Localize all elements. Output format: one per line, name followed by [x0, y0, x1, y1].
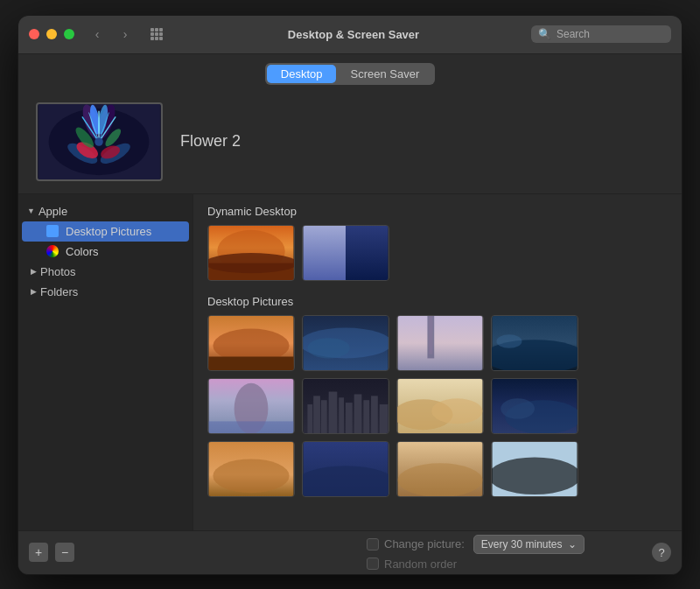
sidebar: ▼ Apple Desktop Pictures Colors ▶ Photos… [18, 194, 193, 530]
svg-rect-50 [313, 396, 320, 433]
svg-rect-35 [209, 356, 294, 370]
wallpaper-thumb-8[interactable] [491, 378, 578, 434]
footer-controls: Change picture: Every 30 minutes ⌄ Rando… [367, 535, 645, 571]
folders-triangle-icon: ▶ [31, 287, 37, 296]
forward-button[interactable]: › [113, 25, 137, 43]
current-wallpaper-name: Flower 2 [180, 132, 241, 151]
svg-rect-57 [371, 396, 378, 433]
footer-row1: Change picture: Every 30 minutes ⌄ [367, 535, 645, 554]
svg-rect-2 [159, 28, 163, 32]
titlebar: ‹ › Desktop & Screen Saver 🔍 [18, 16, 682, 54]
wallpaper-thumb-12[interactable] [491, 441, 578, 497]
apple-section-label: Apple [38, 205, 67, 218]
tab-bar: Desktop Screen Saver [18, 54, 682, 94]
dynamic-thumb-2[interactable] [302, 225, 389, 281]
close-button[interactable] [29, 29, 39, 39]
wallpaper-thumb-4[interactable] [491, 315, 578, 371]
sidebar-item-folders[interactable]: ▶ Folders [18, 282, 192, 302]
svg-point-64 [500, 398, 535, 418]
sidebar-item-photos[interactable]: ▶ Photos [18, 262, 192, 282]
change-picture-checkbox[interactable] [367, 538, 379, 550]
colors-label: Colors [66, 245, 99, 258]
svg-rect-5 [159, 32, 163, 36]
svg-rect-58 [380, 404, 388, 433]
main-content: ▼ Apple Desktop Pictures Colors ▶ Photos… [18, 193, 682, 530]
svg-rect-0 [150, 28, 154, 32]
svg-rect-47 [209, 421, 294, 433]
svg-rect-52 [329, 391, 338, 432]
desktop-pictures-title: Desktop Pictures [207, 295, 668, 308]
wallpaper-thumb-9[interactable] [207, 441, 295, 497]
dynamic-desktop-grid [207, 225, 668, 281]
svg-rect-4 [155, 32, 158, 36]
interval-value: Every 30 minutes [481, 538, 563, 550]
svg-rect-49 [307, 404, 312, 433]
footer: + − Change picture: Every 30 minutes ⌄ R… [18, 530, 682, 574]
tab-group: Desktop Screen Saver [265, 63, 435, 85]
dropdown-chevron-icon: ⌄ [568, 538, 577, 550]
current-preview-area: Flower 2 [18, 94, 682, 193]
svg-point-24 [94, 137, 103, 146]
colors-icon [46, 245, 59, 257]
svg-rect-7 [155, 37, 158, 40]
svg-point-72 [492, 457, 578, 494]
svg-rect-8 [159, 37, 163, 40]
maximize-button[interactable] [64, 29, 74, 39]
help-button[interactable]: ? [652, 543, 671, 562]
traffic-lights [29, 29, 74, 39]
main-window: ‹ › Desktop & Screen Saver 🔍 Deskto [18, 15, 682, 575]
svg-rect-56 [363, 400, 369, 433]
wallpaper-thumb-10[interactable] [302, 441, 389, 497]
svg-rect-1 [155, 28, 158, 32]
wallpaper-thumb-5[interactable] [207, 378, 295, 434]
svg-rect-32 [346, 226, 388, 280]
sidebar-section-apple[interactable]: ▼ Apple [18, 201, 192, 221]
remove-button[interactable]: − [55, 543, 74, 562]
desktop-pictures-label: Desktop Pictures [66, 225, 151, 238]
search-box[interactable]: 🔍 [531, 25, 671, 43]
change-picture-label: Change picture: [384, 537, 465, 550]
search-icon: 🔍 [538, 28, 551, 40]
dynamic-desktop-title: Dynamic Desktop [207, 205, 668, 218]
current-wallpaper-thumb [36, 102, 163, 181]
footer-row2: Random order [367, 557, 645, 571]
window-title: Desktop & Screen Saver [176, 28, 531, 41]
back-button[interactable]: ‹ [85, 25, 109, 43]
photos-label: Photos [40, 265, 75, 278]
random-order-checkbox[interactable] [367, 557, 379, 570]
svg-rect-3 [150, 32, 154, 36]
wallpaper-thumb-6[interactable] [302, 378, 389, 434]
svg-rect-54 [346, 403, 353, 433]
apple-triangle-icon: ▼ [27, 207, 35, 215]
dynamic-thumb-1[interactable] [207, 225, 295, 281]
random-order-row: Random order [367, 557, 457, 571]
svg-point-61 [431, 398, 482, 424]
svg-point-70 [398, 463, 483, 496]
search-input[interactable] [556, 28, 664, 40]
random-order-label: Random order [384, 557, 457, 571]
interval-dropdown[interactable]: Every 30 minutes ⌄ [473, 535, 584, 554]
tab-screensaver[interactable]: Screen Saver [336, 65, 433, 83]
svg-rect-55 [354, 394, 362, 433]
tab-desktop[interactable]: Desktop [267, 65, 337, 83]
wallpaper-thumb-11[interactable] [396, 441, 484, 497]
svg-rect-41 [429, 316, 432, 354]
svg-rect-51 [321, 400, 327, 433]
svg-rect-39 [398, 316, 483, 370]
svg-point-68 [303, 466, 388, 496]
wallpaper-thumb-2[interactable] [302, 315, 389, 371]
svg-rect-31 [304, 226, 346, 280]
wallpaper-thumb-3[interactable] [396, 315, 484, 371]
add-button[interactable]: + [29, 543, 48, 562]
photos-triangle-icon: ▶ [31, 267, 37, 276]
wallpaper-thumb-7[interactable] [396, 378, 484, 434]
sidebar-item-desktop-pictures[interactable]: Desktop Pictures [22, 221, 189, 242]
nav-buttons: ‹ › [85, 25, 137, 43]
right-panel: Dynamic Desktop [193, 194, 682, 530]
grid-button[interactable] [144, 25, 169, 43]
svg-point-38 [307, 338, 349, 358]
sidebar-item-colors[interactable]: Colors [22, 242, 189, 262]
wallpaper-thumb-1[interactable] [207, 315, 295, 371]
minimize-button[interactable] [46, 29, 57, 39]
svg-point-30 [208, 253, 294, 273]
